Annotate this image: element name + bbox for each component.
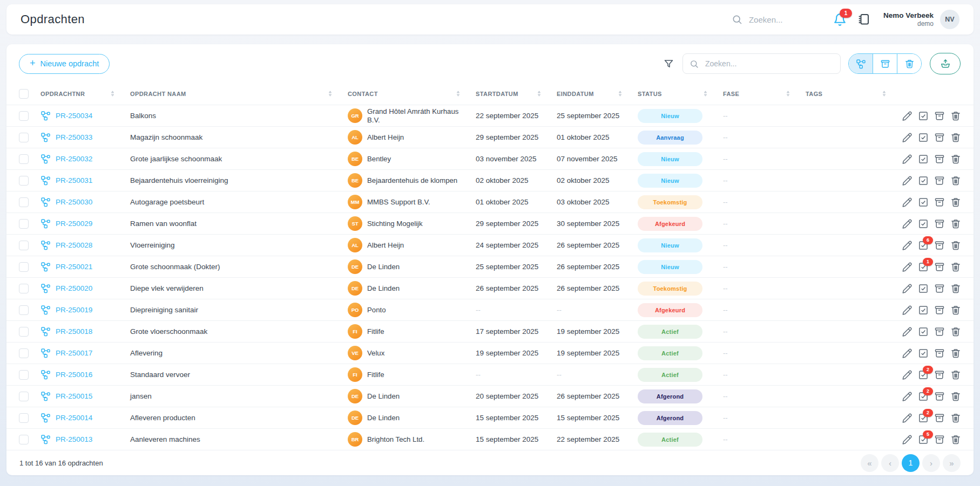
archive-button[interactable]: [934, 434, 945, 445]
order-number-link[interactable]: PR-250033: [56, 133, 92, 141]
tasks-button[interactable]: 2: [918, 391, 929, 402]
filter-button[interactable]: [663, 58, 674, 70]
sort-icon[interactable]: [327, 90, 334, 97]
archive-button[interactable]: [934, 305, 945, 316]
tasks-button[interactable]: [918, 111, 929, 121]
delete-button[interactable]: [950, 391, 961, 402]
hierarchy-view-button[interactable]: [849, 54, 873, 73]
tasks-button[interactable]: [918, 283, 929, 294]
order-number-link[interactable]: PR-250021: [56, 263, 92, 271]
tasks-button[interactable]: [918, 154, 929, 165]
delete-button[interactable]: [950, 111, 961, 121]
delete-button[interactable]: [950, 154, 961, 165]
row-checkbox[interactable]: [19, 348, 29, 358]
pagination-last-button[interactable]: »: [943, 454, 961, 472]
table-search[interactable]: [682, 53, 841, 74]
archive-button[interactable]: [934, 132, 945, 143]
global-search[interactable]: [732, 14, 792, 25]
order-number-link[interactable]: PR-250016: [56, 371, 92, 379]
row-checkbox[interactable]: [19, 435, 29, 444]
new-order-button[interactable]: + Nieuwe opdracht: [19, 54, 110, 74]
pagination-next-button[interactable]: ›: [922, 454, 940, 472]
delete-button[interactable]: [950, 240, 961, 251]
tasks-button[interactable]: 2: [918, 413, 929, 423]
tasks-button[interactable]: [918, 218, 929, 229]
delete-button[interactable]: [950, 175, 961, 186]
edit-button[interactable]: [902, 326, 913, 337]
tasks-button[interactable]: 6: [918, 240, 929, 251]
archive-button[interactable]: [934, 218, 945, 229]
edit-button[interactable]: [902, 218, 913, 229]
delete-button[interactable]: [950, 369, 961, 380]
row-checkbox[interactable]: [19, 111, 29, 121]
archive-button[interactable]: [934, 348, 945, 359]
tasks-button[interactable]: [918, 305, 929, 316]
delete-button[interactable]: [950, 326, 961, 337]
sort-icon[interactable]: [702, 90, 709, 97]
delete-button[interactable]: [950, 434, 961, 445]
edit-button[interactable]: [902, 413, 913, 423]
row-checkbox[interactable]: [19, 241, 29, 250]
edit-button[interactable]: [902, 262, 913, 272]
row-checkbox[interactable]: [19, 370, 29, 380]
row-checkbox[interactable]: [19, 133, 29, 142]
order-number-link[interactable]: PR-250017: [56, 349, 92, 357]
archive-button[interactable]: [934, 413, 945, 423]
edit-button[interactable]: [902, 305, 913, 316]
edit-button[interactable]: [902, 391, 913, 402]
notifications-button[interactable]: 1: [833, 13, 847, 26]
order-number-link[interactable]: PR-250018: [56, 327, 92, 336]
delete-button[interactable]: [950, 197, 961, 208]
pagination-first-button[interactable]: «: [861, 454, 878, 472]
archive-button[interactable]: [934, 240, 945, 251]
trash-view-button[interactable]: [897, 54, 921, 73]
archive-button[interactable]: [934, 154, 945, 165]
order-number-link[interactable]: PR-250032: [56, 155, 92, 163]
user-avatar[interactable]: NV: [940, 10, 959, 29]
tasks-button[interactable]: [918, 197, 929, 208]
order-number-link[interactable]: PR-250031: [56, 176, 92, 184]
sort-icon[interactable]: [109, 90, 116, 97]
edit-button[interactable]: [902, 240, 913, 251]
edit-button[interactable]: [902, 111, 913, 121]
tasks-button[interactable]: [918, 348, 929, 359]
order-number-link[interactable]: PR-250030: [56, 198, 92, 206]
delete-button[interactable]: [950, 262, 961, 272]
archive-view-button[interactable]: [873, 54, 897, 73]
tasks-button[interactable]: 1: [918, 262, 929, 272]
order-number-link[interactable]: PR-250019: [56, 306, 92, 314]
delete-button[interactable]: [950, 348, 961, 359]
archive-button[interactable]: [934, 175, 945, 186]
edit-button[interactable]: [902, 132, 913, 143]
delete-button[interactable]: [950, 218, 961, 229]
row-checkbox[interactable]: [19, 197, 29, 207]
archive-button[interactable]: [934, 326, 945, 337]
delete-button[interactable]: [950, 305, 961, 316]
row-checkbox[interactable]: [19, 327, 29, 337]
edit-button[interactable]: [902, 175, 913, 186]
archive-button[interactable]: [934, 262, 945, 272]
pagination-page-1[interactable]: 1: [902, 454, 920, 472]
sort-icon[interactable]: [617, 90, 624, 97]
sort-icon[interactable]: [881, 90, 888, 97]
journal-button[interactable]: [857, 13, 870, 26]
row-checkbox[interactable]: [19, 219, 29, 229]
edit-button[interactable]: [902, 283, 913, 294]
row-checkbox[interactable]: [19, 413, 29, 423]
order-number-link[interactable]: PR-250015: [56, 392, 92, 400]
tasks-button[interactable]: 5: [918, 434, 929, 445]
tasks-button[interactable]: [918, 132, 929, 143]
row-checkbox[interactable]: [19, 392, 29, 401]
tasks-button[interactable]: 2: [918, 369, 929, 380]
archive-button[interactable]: [934, 391, 945, 402]
edit-button[interactable]: [902, 348, 913, 359]
export-button[interactable]: [930, 53, 961, 74]
archive-button[interactable]: [934, 283, 945, 294]
select-all-checkbox[interactable]: [19, 89, 29, 99]
order-number-link[interactable]: PR-250020: [56, 284, 92, 292]
global-search-input[interactable]: [748, 15, 792, 25]
archive-button[interactable]: [934, 369, 945, 380]
row-checkbox[interactable]: [19, 262, 29, 272]
delete-button[interactable]: [950, 132, 961, 143]
sort-icon[interactable]: [785, 90, 792, 97]
